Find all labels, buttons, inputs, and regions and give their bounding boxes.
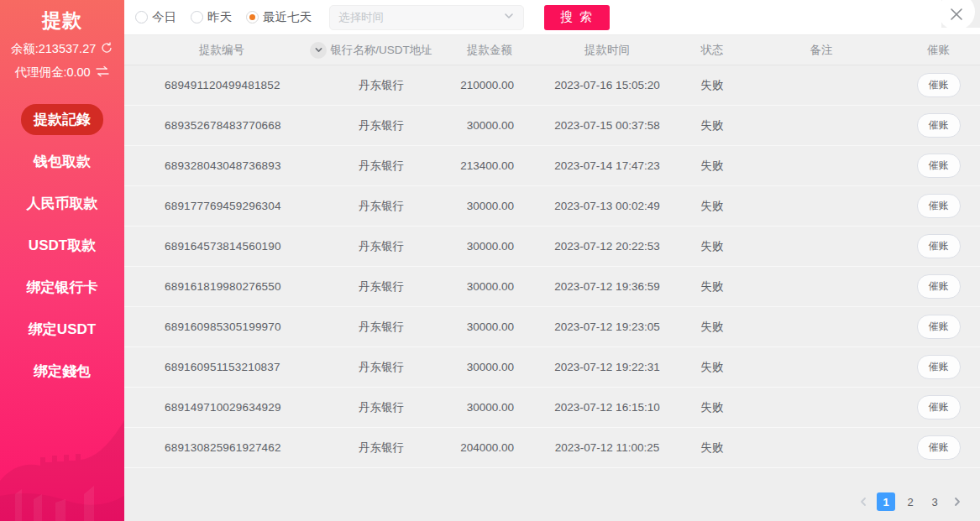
cell-time: 2023-07-14 17:47:23 bbox=[536, 159, 679, 172]
exchange-icon[interactable] bbox=[95, 65, 110, 80]
table-row: 689149710029634929 丹东银行 30000.00 2023-07… bbox=[124, 388, 980, 428]
radio-dot-icon[interactable] bbox=[246, 11, 259, 23]
cell-withdraw-id: 689161819980276550 bbox=[124, 280, 319, 293]
balance-row: 余额:213537.27 bbox=[0, 41, 124, 57]
cell-withdraw-id: 689160951153210837 bbox=[124, 361, 319, 373]
remind-button[interactable]: 催账 bbox=[917, 234, 961, 258]
table-row: 689130825961927462 丹东银行 204000.00 2023-0… bbox=[124, 428, 980, 468]
cell-status: 失败 bbox=[679, 199, 746, 214]
cell-status: 失败 bbox=[679, 159, 746, 174]
table-row: 689161819980276550 丹东银行 30000.00 2023-07… bbox=[124, 267, 980, 307]
cell-bank: 丹东银行 bbox=[319, 118, 443, 133]
cell-status: 失败 bbox=[679, 440, 746, 456]
remind-button[interactable]: 催账 bbox=[917, 113, 961, 138]
radio-dot-icon[interactable] bbox=[135, 11, 148, 23]
radio-today[interactable]: 今日 bbox=[135, 9, 176, 25]
search-button[interactable]: 搜 索 bbox=[544, 5, 610, 30]
sidebar-item-wallet-withdraw: 钱包取款 bbox=[0, 140, 124, 182]
cell-bank: 丹东银行 bbox=[319, 440, 443, 456]
cell-status: 失败 bbox=[679, 78, 746, 93]
cell-amount: 30000.00 bbox=[443, 320, 536, 333]
page-button-2[interactable]: 2 bbox=[901, 492, 920, 511]
sidebar-item-bind-bank-card: 绑定银行卡 bbox=[0, 266, 124, 308]
cell-bank: 丹东银行 bbox=[319, 159, 443, 174]
cell-status: 失败 bbox=[679, 279, 746, 294]
close-icon bbox=[949, 7, 964, 22]
main-panel: 今日 昨天 最近七天 选择时间 搜 索 提款编号 bbox=[124, 0, 980, 521]
commission-label: 代理佣金:0.00 bbox=[14, 65, 90, 81]
table-row: 689328043048736893 丹东银行 213400.00 2023-0… bbox=[124, 146, 980, 186]
table-row: 689164573814560190 丹东银行 30000.00 2023-07… bbox=[124, 227, 980, 267]
cell-time: 2023-07-16 15:05:20 bbox=[536, 79, 679, 91]
column-header-remind: 催账 bbox=[897, 43, 980, 58]
page-button-1[interactable]: 1 bbox=[877, 492, 895, 511]
cell-amount: 204000.00 bbox=[443, 441, 536, 454]
cell-amount: 210000.00 bbox=[443, 79, 536, 91]
radio-last7days[interactable]: 最近七天 bbox=[246, 9, 312, 25]
cell-time: 2023-07-12 19:36:59 bbox=[536, 280, 679, 293]
table-header: 提款编号 银行名称/USDT地址 提款金额 提款时间 状态 备注 催账 bbox=[124, 35, 980, 65]
table-row: 689177769459296304 丹东银行 30000.00 2023-07… bbox=[124, 186, 980, 227]
cell-amount: 30000.00 bbox=[443, 361, 536, 373]
remind-button[interactable]: 催账 bbox=[917, 154, 961, 178]
cell-bank: 丹东银行 bbox=[319, 360, 443, 375]
remind-button[interactable]: 催账 bbox=[917, 194, 961, 218]
sidebar: 提款 余额:213537.27 代理佣金:0.00 提款記錄钱包取款人民币取款U… bbox=[0, 0, 124, 521]
cell-bank: 丹东银行 bbox=[319, 239, 443, 254]
remind-button[interactable]: 催账 bbox=[917, 274, 961, 299]
date-range-select[interactable]: 选择时间 bbox=[329, 5, 524, 30]
table-row: 689491120499481852 丹东银行 210000.00 2023-0… bbox=[124, 65, 980, 106]
remind-button[interactable]: 催账 bbox=[917, 73, 961, 97]
column-header-withdraw-id: 提款编号 bbox=[124, 43, 319, 58]
table-row: 689352678483770668 丹东银行 30000.00 2023-07… bbox=[124, 106, 980, 146]
cell-time: 2023-07-13 00:02:49 bbox=[536, 200, 679, 212]
page-list: 123 bbox=[877, 492, 944, 511]
balance-label: 余额:213537.27 bbox=[11, 41, 97, 57]
pagination: 123 bbox=[856, 492, 965, 511]
filter-bar: 今日 昨天 最近七天 选择时间 搜 索 bbox=[124, 0, 980, 35]
page-button-3[interactable]: 3 bbox=[925, 492, 944, 511]
cell-amount: 30000.00 bbox=[443, 280, 536, 293]
cell-bank: 丹东银行 bbox=[319, 199, 443, 214]
sidebar-item-bind-usdt: 绑定USDT bbox=[0, 308, 124, 350]
cell-status: 失败 bbox=[679, 360, 746, 375]
cell-withdraw-id: 689177769459296304 bbox=[124, 200, 319, 212]
sidebar-item-usdt-withdraw: USDT取款 bbox=[0, 224, 124, 266]
remind-button[interactable]: 催账 bbox=[917, 435, 961, 460]
cell-amount: 213400.00 bbox=[443, 159, 536, 172]
column-header-status: 状态 bbox=[679, 43, 746, 58]
table-row: 689160985305199970 丹东银行 30000.00 2023-07… bbox=[124, 307, 980, 347]
table-row: 689160951153210837 丹东银行 30000.00 2023-07… bbox=[124, 347, 980, 388]
great-wall-watermark bbox=[0, 395, 124, 521]
cell-withdraw-id: 689164573814560190 bbox=[124, 240, 319, 253]
cell-status: 失败 bbox=[679, 320, 746, 335]
prev-page-icon[interactable] bbox=[856, 492, 871, 511]
remind-button[interactable]: 催账 bbox=[917, 395, 961, 419]
cell-status: 失败 bbox=[679, 118, 746, 133]
cell-bank: 丹东银行 bbox=[319, 400, 443, 415]
refresh-icon[interactable] bbox=[100, 41, 113, 57]
cell-withdraw-id: 689130825961927462 bbox=[124, 441, 319, 454]
remind-button[interactable]: 催账 bbox=[917, 355, 961, 379]
radio-yesterday[interactable]: 昨天 bbox=[191, 9, 232, 25]
remind-button[interactable]: 催账 bbox=[917, 315, 961, 339]
radio-dot-icon[interactable] bbox=[191, 11, 203, 23]
cell-bank: 丹东银行 bbox=[319, 320, 443, 335]
next-page-icon[interactable] bbox=[950, 492, 965, 511]
cell-withdraw-id: 689160985305199970 bbox=[124, 320, 319, 333]
cell-withdraw-id: 689491120499481852 bbox=[124, 79, 319, 91]
radio-group: 今日 昨天 最近七天 bbox=[135, 9, 312, 25]
date-select-placeholder: 选择时间 bbox=[338, 10, 384, 25]
sidebar-item-rmb-withdraw: 人民币取款 bbox=[0, 182, 124, 224]
commission-row: 代理佣金:0.00 bbox=[0, 65, 124, 81]
cell-time: 2023-07-15 00:37:58 bbox=[536, 119, 679, 132]
cell-amount: 30000.00 bbox=[443, 200, 536, 212]
cell-withdraw-id: 689328043048736893 bbox=[124, 159, 319, 172]
cell-withdraw-id: 689149710029634929 bbox=[124, 401, 319, 414]
column-header-bank: 银行名称/USDT地址 bbox=[319, 43, 443, 58]
cell-time: 2023-07-12 20:22:53 bbox=[536, 240, 679, 253]
page-title: 提款 bbox=[0, 0, 124, 34]
cell-withdraw-id: 689352678483770668 bbox=[124, 119, 319, 132]
sidebar-menu: 提款記錄钱包取款人民币取款USDT取款绑定银行卡绑定USDT绑定錢包 bbox=[0, 98, 124, 392]
cell-amount: 30000.00 bbox=[443, 240, 536, 253]
